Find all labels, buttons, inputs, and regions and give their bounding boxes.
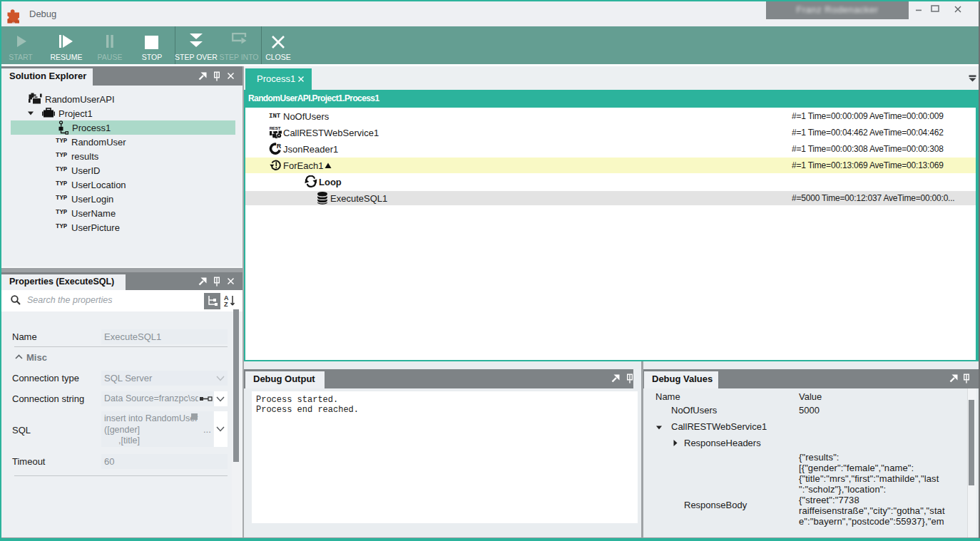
svg-text:R: R bbox=[277, 143, 282, 150]
svg-text:REST: REST bbox=[270, 126, 281, 130]
svg-text:Z: Z bbox=[224, 301, 228, 308]
